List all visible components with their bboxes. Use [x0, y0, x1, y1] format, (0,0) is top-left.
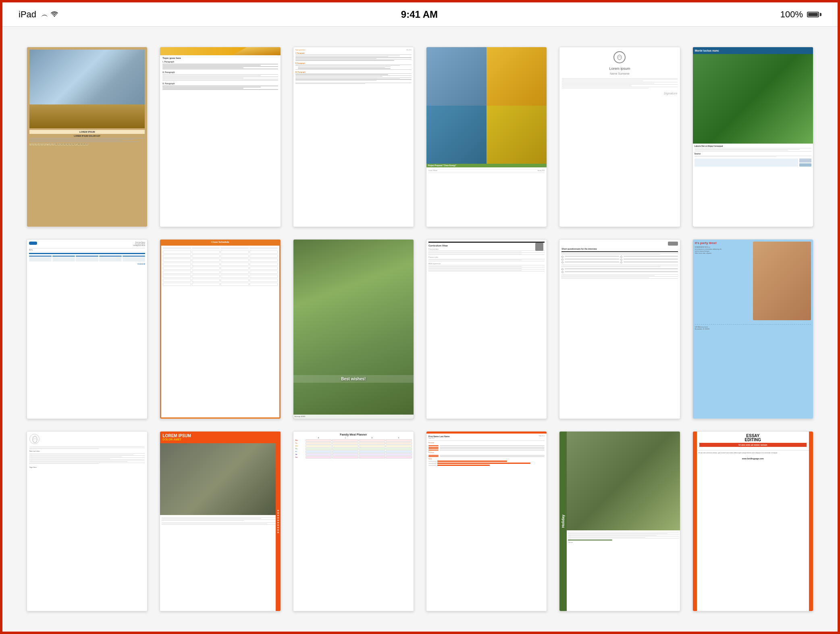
- doc8-content: Class Schedule: [160, 240, 280, 419]
- ipad-frame: iPad ︵ 9:41 AM 100%: [0, 0, 840, 634]
- doc14-body: [160, 515, 280, 527]
- doc18-url: www.landingpage.com: [697, 457, 809, 460]
- battery-percent: 100%: [780, 9, 803, 20]
- doc10-logo: [535, 243, 543, 251]
- doc12-content: it's party time! SOMEWHERE NICE ♦ ♦ Lore…: [693, 240, 813, 419]
- doc4-content: Project Proposal "Clean Energy" London /…: [426, 47, 547, 227]
- doc-thumb-17[interactable]: Holiday: [559, 431, 680, 611]
- content-area: LOREM IPSUM LOREM IPSUM DOLOR EST 1 2 3: [2, 27, 838, 632]
- doc9-text: Best wishes!: [295, 377, 412, 381]
- doc11-content: Short questionnaire for the interview: [559, 240, 680, 419]
- doc18-content: ESSAYEDITING Ut wisi enim ad minim venia…: [693, 432, 813, 611]
- status-time: 9:41 AM: [401, 9, 438, 20]
- doc-thumb-4[interactable]: Project Proposal "Clean Energy" London /…: [426, 47, 547, 227]
- doc17-sidebar: Holiday: [559, 432, 567, 611]
- doc10-title: Curriculum Vitae: [428, 244, 545, 247]
- doc-thumb-1[interactable]: LOREM IPSUM LOREM IPSUM DOLOR EST 1 2 3: [27, 47, 148, 227]
- doc-thumb-12[interactable]: it's party time! SOMEWHERE NICE ♦ ♦ Lore…: [692, 239, 813, 419]
- doc1-label: LOREM IPSUM: [29, 130, 145, 134]
- doc-thumb-5[interactable]: Lorem ipsum Name Surname Signature: [559, 47, 680, 227]
- svg-point-0: [54, 15, 55, 17]
- doc5-content: Lorem ipsum Name Surname Signature: [559, 47, 680, 227]
- doc18-subtitle: Ut wisi enim ad minim veniam: [699, 443, 807, 447]
- doc6-image: [693, 54, 813, 144]
- doc-thumb-15[interactable]: Family Meal Planner B L D S Mo: [293, 431, 414, 611]
- doc15-content: Family Meal Planner B L D S Mo: [293, 432, 414, 611]
- doc-thumb-7[interactable]: First Last Name Company Name 123 Anytown…: [27, 239, 148, 419]
- doc14-header: LOREM IPSUM DOLOR AMET: [160, 432, 280, 443]
- doc15-table: B L D S Mon: [295, 437, 412, 459]
- doc14-image: [160, 443, 280, 515]
- doc18-body: Ut wisi enim ad minim veniam, quis nostr…: [697, 450, 809, 456]
- doc18-title: ESSAYEDITING: [699, 434, 807, 442]
- doc7-content: First Last Name Company Name 123 Anytown…: [27, 240, 147, 419]
- doc-thumb-18[interactable]: ESSAYEDITING Ut wisi enim ad minim venia…: [692, 431, 813, 611]
- doc-thumb-2[interactable]: Topic goes here I. Paragraph II. Paragra…: [160, 47, 281, 227]
- doc6-body: Laboris Nisi ut Aliqup Consequat Source: [693, 144, 813, 226]
- doc9-overlay: Best wishes!: [293, 375, 414, 383]
- doc1-photo: [29, 50, 145, 128]
- doc12-photo: [753, 242, 811, 321]
- doc6-content: Morbi luctus nunc Laboris Nisi ut Aliqup…: [693, 47, 813, 227]
- doc10-content: Curriculum Vitae Personal data Previous …: [426, 240, 547, 419]
- doc15-title: Family Meal Planner: [295, 433, 412, 436]
- doc2-title: Topic goes here: [162, 57, 278, 59]
- doc-thumb-3[interactable]: Topic goes here SN 4345 I. Paragraph II.…: [293, 47, 414, 227]
- doc9-content: Best wishes! Anchorage, A 09921: [293, 240, 414, 419]
- doc14-strip: [276, 432, 281, 611]
- doc18-right-strip: [809, 432, 813, 611]
- doc6-title: Morbi luctus nunc: [693, 47, 813, 54]
- device-name: iPad: [19, 9, 36, 20]
- doc-thumb-11[interactable]: Short questionnaire for the interview: [559, 239, 680, 419]
- doc13-logo: [29, 434, 40, 444]
- wifi-icon: ︵: [41, 10, 58, 19]
- doc16-header-bar: [426, 432, 547, 434]
- doc17-image: [567, 432, 680, 530]
- doc17-content: Holiday: [559, 432, 680, 611]
- status-bar: iPad ︵ 9:41 AM 100%: [2, 2, 838, 27]
- doc7-total: $ 3,614.50: [29, 263, 145, 265]
- doc5-subtitle: Name Surname: [562, 72, 677, 75]
- doc17-main: Parum: [567, 432, 680, 611]
- doc-thumb-16[interactable]: First Name Last Name Title P# # Title P#…: [426, 431, 547, 611]
- doc18-left-strip: [693, 432, 697, 611]
- doc11-title: Short questionnaire for the interview: [561, 248, 678, 250]
- doc8-title: Class Schedule: [160, 240, 280, 244]
- doc2-header-img: [160, 47, 280, 55]
- doc-thumb-8[interactable]: Class Schedule: [160, 239, 281, 419]
- doc-thumb-10[interactable]: Curriculum Vitae Personal data Previous …: [426, 239, 547, 419]
- doc-thumb-6[interactable]: Morbi luctus nunc Laboris Nisi ut Aliqup…: [692, 47, 813, 227]
- doc5-signature: Signature: [562, 92, 677, 95]
- doc14-main-title: LOREM IPSUM: [162, 434, 278, 438]
- status-left: iPad ︵: [19, 9, 58, 20]
- doc5-title: Lorem ipsum: [562, 67, 677, 71]
- doc3-content: Topic goes here SN 4345 I. Paragraph II.…: [293, 47, 414, 227]
- doc12-footer: 123 Memory Lane Kentucket, D. 01923: [695, 324, 811, 330]
- battery-icon: [807, 12, 821, 17]
- document-grid: LOREM IPSUM LOREM IPSUM DOLOR EST 1 2 3: [27, 47, 813, 611]
- doc2-content: Topic goes here I. Paragraph II. Paragra…: [160, 47, 280, 227]
- doc17-body: Parum: [567, 530, 680, 545]
- doc1-title: LOREM IPSUM DOLOR EST: [29, 135, 145, 137]
- doc17-sidebar-text: Holiday: [561, 515, 565, 528]
- doc1-content: LOREM IPSUM LOREM IPSUM DOLOR EST 1 2 3: [27, 47, 147, 227]
- doc9-info: Anchorage, A 09921: [293, 415, 414, 419]
- status-right: 100%: [780, 9, 821, 20]
- doc14-content: LOREM IPSUM DOLOR AMET: [160, 432, 280, 611]
- doc-thumb-9[interactable]: Best wishes! Anchorage, A 09921: [293, 239, 414, 419]
- doc-thumb-13[interactable]: Near Last Letter:: [27, 431, 148, 611]
- doc13-content: Near Last Letter:: [27, 432, 147, 611]
- doc-thumb-14[interactable]: LOREM IPSUM DOLOR AMET: [160, 431, 281, 611]
- doc16-content: First Name Last Name Title P# # Title P#…: [426, 432, 547, 611]
- doc4-footer-text: Project Proposal "Clean Energy": [426, 164, 547, 167]
- doc5-logo: [613, 51, 626, 63]
- doc14-subtitle: DOLOR AMET: [162, 438, 278, 441]
- doc18-header: ESSAYEDITING Ut wisi enim ad minim venia…: [697, 432, 809, 450]
- doc11-logo: [668, 242, 678, 246]
